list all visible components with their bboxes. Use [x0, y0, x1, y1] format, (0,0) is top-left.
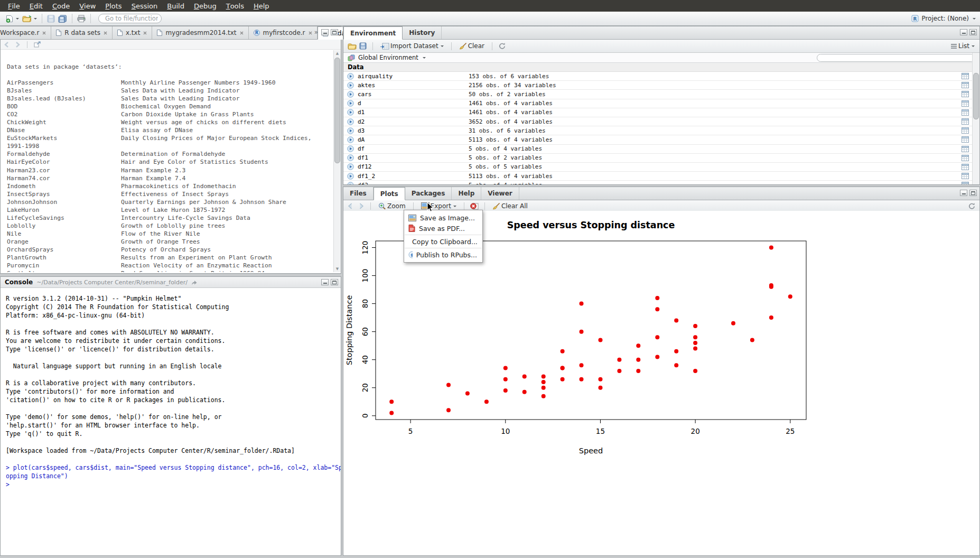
- editor-scrollbar[interactable]: ▲ ▼: [333, 50, 341, 272]
- minimize-environment-button[interactable]: [960, 29, 967, 35]
- editor-content[interactable]: Data sets in package ‘datasets’: AirPass…: [1, 50, 333, 272]
- back-icon[interactable]: [4, 42, 11, 48]
- new-file-button[interactable]: [4, 14, 21, 24]
- save-button[interactable]: [45, 14, 57, 24]
- environment-row[interactable]: df25 obs. of 4 variables: [343, 181, 972, 184]
- expand-object-icon[interactable]: [347, 109, 354, 116]
- view-data-grid-icon[interactable]: [962, 182, 969, 184]
- view-data-grid-icon[interactable]: [962, 91, 969, 97]
- popout-icon[interactable]: [34, 41, 41, 48]
- menubar-item-help[interactable]: Help: [249, 0, 274, 12]
- expand-object-icon[interactable]: [347, 173, 354, 180]
- menubar-item-view[interactable]: View: [74, 0, 100, 12]
- expand-object-icon[interactable]: [347, 91, 354, 98]
- environment-row[interactable]: df15 obs. of 2 variables: [343, 154, 972, 163]
- environment-search-input[interactable]: [817, 54, 975, 62]
- environment-row[interactable]: df1_25113 obs. of 4 variables: [343, 172, 972, 181]
- next-plot-icon[interactable]: [357, 203, 365, 209]
- expand-object-icon[interactable]: [347, 127, 354, 134]
- view-data-grid-icon[interactable]: [962, 173, 969, 179]
- maximize-environment-button[interactable]: [969, 29, 977, 35]
- tab-files[interactable]: Files: [343, 187, 374, 200]
- editor-tab[interactable]: x.txt: [113, 26, 152, 39]
- view-data-grid-icon[interactable]: [962, 118, 969, 125]
- editor-tab[interactable]: mygradesmm2014.txt: [152, 26, 248, 39]
- tab-help[interactable]: Help: [452, 187, 481, 200]
- load-workspace-icon[interactable]: [348, 42, 357, 50]
- environment-row[interactable]: d23652 obs. of 4 variables: [343, 117, 972, 126]
- view-data-grid-icon[interactable]: [962, 164, 969, 170]
- expand-object-icon[interactable]: [347, 118, 354, 125]
- editor-tab[interactable]: Workspace.r: [0, 26, 51, 39]
- print-button[interactable]: [76, 14, 87, 23]
- remove-plot-icon[interactable]: [470, 202, 479, 210]
- view-data-grid-icon[interactable]: [962, 136, 969, 143]
- menubar-item-plots[interactable]: Plots: [100, 0, 126, 12]
- menubar-item-session[interactable]: Session: [127, 0, 163, 12]
- environment-row[interactable]: df5 obs. of 4 variables: [343, 145, 972, 154]
- menubar-item-tools[interactable]: Tools: [221, 0, 249, 12]
- refresh-plot-icon[interactable]: [968, 202, 975, 210]
- view-data-grid-icon[interactable]: [962, 127, 969, 134]
- minimize-editor-button[interactable]: [321, 29, 329, 35]
- expand-object-icon[interactable]: [347, 154, 354, 161]
- close-tab-icon[interactable]: [143, 31, 147, 35]
- environment-row[interactable]: d11461 obs. of 4 variables: [343, 108, 972, 117]
- minimize-console-button[interactable]: [321, 279, 329, 285]
- project-selector[interactable]: R Project: (None): [911, 15, 976, 22]
- menubar-item-debug[interactable]: Debug: [189, 0, 221, 12]
- goto-file-input[interactable]: [105, 15, 158, 22]
- clear-environment-button[interactable]: Clear: [458, 41, 486, 51]
- environment-scope-label[interactable]: Global Environment: [358, 54, 418, 61]
- environment-row[interactable]: cars50 obs. of 2 variables: [343, 90, 972, 99]
- goto-file-search[interactable]: [98, 14, 162, 23]
- save-workspace-icon[interactable]: [359, 42, 367, 50]
- console-content[interactable]: R version 3.1.2 (2014-10-31) -- "Pumpkin…: [1, 288, 341, 555]
- export-menu-item[interactable]: Publish to RPubs...: [404, 249, 482, 260]
- expand-object-icon[interactable]: [347, 100, 354, 107]
- environment-row[interactable]: aktes2156 obs. of 34 variables: [343, 81, 972, 90]
- scroll-down-icon[interactable]: ▼: [334, 266, 341, 272]
- save-all-button[interactable]: [57, 14, 69, 24]
- tab-environment[interactable]: Environment: [343, 26, 403, 40]
- environment-row[interactable]: airquality153 obs. of 6 variables: [343, 72, 972, 81]
- forward-icon[interactable]: [14, 42, 21, 48]
- view-data-grid-icon[interactable]: [962, 109, 969, 116]
- clear-all-plots-button[interactable]: Clear All: [491, 201, 529, 211]
- export-menu-item[interactable]: Save as PDF...: [404, 223, 482, 234]
- expand-object-icon[interactable]: [347, 163, 354, 170]
- expand-object-icon[interactable]: [347, 136, 354, 143]
- maximize-editor-button[interactable]: [331, 29, 338, 35]
- environment-scrollbar[interactable]: [972, 53, 979, 184]
- environment-view-mode-button[interactable]: List: [949, 41, 976, 51]
- view-data-grid-icon[interactable]: [962, 100, 969, 107]
- view-data-grid-icon[interactable]: [962, 155, 969, 161]
- import-dataset-button[interactable]: Import Dataset: [379, 41, 445, 51]
- menubar-item-file[interactable]: File: [3, 0, 25, 12]
- menubar-item-edit[interactable]: Edit: [25, 0, 48, 12]
- close-tab-icon[interactable]: [240, 31, 244, 35]
- expand-object-icon[interactable]: [347, 73, 354, 80]
- tab-history[interactable]: History: [403, 26, 442, 39]
- tab-overflow-icon[interactable]: »: [314, 29, 318, 35]
- editor-scroll-thumb[interactable]: [334, 58, 340, 163]
- environment-row[interactable]: dA5113 obs. of 4 variables: [343, 135, 972, 144]
- view-data-grid-icon[interactable]: [962, 146, 969, 152]
- open-in-files-icon[interactable]: [191, 280, 198, 285]
- maximize-console-button[interactable]: [331, 279, 338, 285]
- menubar-item-code[interactable]: Code: [48, 0, 74, 12]
- tab-viewer[interactable]: Viewer: [481, 187, 519, 200]
- export-menu-item[interactable]: Copy to Clipboard...: [404, 236, 482, 247]
- view-data-grid-icon[interactable]: [962, 82, 969, 88]
- open-file-button[interactable]: [21, 14, 39, 23]
- editor-tab[interactable]: Rmyfirstcode.r: [249, 26, 318, 39]
- menubar-item-build[interactable]: Build: [162, 0, 189, 12]
- tab-packages[interactable]: Packages: [405, 187, 452, 200]
- view-data-grid-icon[interactable]: [962, 73, 969, 79]
- expand-object-icon[interactable]: [347, 82, 354, 89]
- environment-row[interactable]: df125 obs. of 5 variables: [343, 163, 972, 172]
- environment-row[interactable]: d1461 obs. of 4 variables: [343, 99, 972, 108]
- zoom-plot-button[interactable]: Zoom: [377, 201, 407, 211]
- scroll-up-icon[interactable]: ▲: [334, 50, 341, 57]
- close-tab-icon[interactable]: [42, 31, 46, 35]
